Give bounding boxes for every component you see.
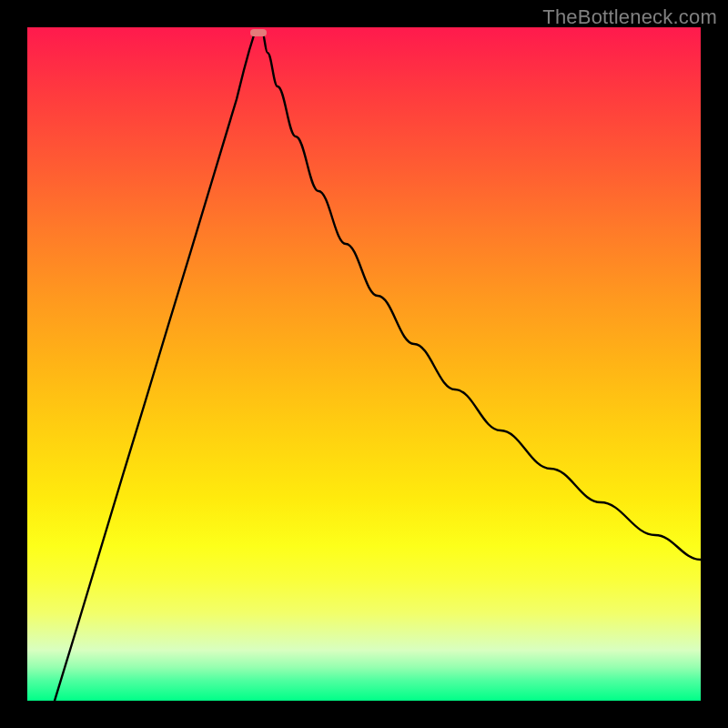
minimum-marker [250,29,267,36]
watermark-label: TheBottleneck.com [542,5,717,29]
curve-svg [27,27,701,701]
curve-left-branch [55,32,255,701]
curve-right-branch [262,32,701,560]
plot-area [27,27,701,701]
chart-frame: TheBottleneck.com [0,0,728,728]
